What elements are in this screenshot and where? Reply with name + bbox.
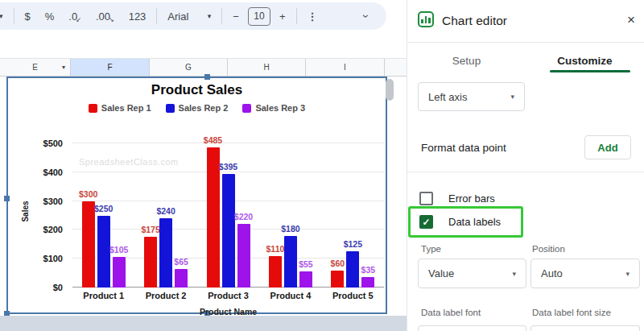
column-header-F[interactable]: F bbox=[71, 59, 150, 76]
legend-item: Sales Rep 3 bbox=[242, 103, 305, 113]
highlight-annotation bbox=[408, 206, 523, 238]
toolbar-divider bbox=[156, 8, 157, 24]
decrease-decimal-button[interactable]: .0↙ bbox=[61, 6, 89, 27]
error-bars-label: Error bars bbox=[448, 192, 495, 205]
column-header-I[interactable]: I bbox=[306, 59, 385, 76]
caret-down-icon: ▾ bbox=[510, 93, 514, 101]
bar: $220 bbox=[237, 143, 250, 288]
bar: $60 bbox=[331, 143, 344, 288]
data-label: $175 bbox=[141, 225, 159, 234]
data-label: $395 bbox=[219, 162, 237, 172]
caret-down-icon: ▾ bbox=[208, 12, 212, 20]
data-label-font-size-label: Data label font size bbox=[532, 308, 611, 317]
data-label: $220 bbox=[234, 212, 253, 221]
tab-customize[interactable]: Customize bbox=[526, 48, 644, 72]
decrease-font-size-button[interactable]: − bbox=[225, 6, 246, 27]
format-currency-button[interactable]: $ bbox=[18, 6, 38, 27]
divider bbox=[407, 42, 644, 43]
bar: $485 bbox=[207, 143, 220, 288]
bar-rect bbox=[175, 269, 188, 288]
bar: $240 bbox=[159, 143, 172, 288]
bar: $250 bbox=[97, 143, 110, 288]
font-size-input[interactable]: 10 bbox=[248, 7, 270, 26]
data-label: $240 bbox=[156, 206, 175, 216]
chart-editor-panel: Chart editor × Setup Customize Left axis… bbox=[407, 0, 644, 331]
toolbar-divider bbox=[14, 8, 14, 24]
data-label-position-select[interactable]: Auto ▾ bbox=[530, 259, 640, 288]
error-bars-checkbox[interactable] bbox=[419, 192, 433, 205]
more-formats-button[interactable]: 123 bbox=[122, 6, 154, 27]
type-select-value: Value bbox=[428, 267, 454, 279]
bar: $395 bbox=[222, 143, 235, 288]
bar-rect bbox=[159, 218, 172, 288]
panel-tabs: Setup Customize bbox=[407, 48, 644, 72]
tab-setup[interactable]: Setup bbox=[407, 48, 526, 72]
bar: $175 bbox=[144, 143, 157, 288]
add-data-point-button[interactable]: Add bbox=[584, 135, 631, 159]
selection-handle[interactable] bbox=[204, 74, 210, 80]
chart-editor-icon bbox=[418, 11, 434, 27]
data-label-font-size-select[interactable] bbox=[530, 325, 640, 331]
data-label: $300 bbox=[79, 189, 97, 199]
bar-groups: $300$250$105$175$240$65$485$395$220$110$… bbox=[72, 143, 384, 288]
bar: $110 bbox=[269, 143, 282, 288]
data-label: $180 bbox=[281, 224, 299, 234]
increase-font-size-button[interactable]: + bbox=[272, 6, 293, 27]
bar-rect bbox=[269, 256, 282, 288]
position-label: Position bbox=[532, 244, 565, 254]
data-label: $110 bbox=[266, 244, 285, 254]
collapse-toolbar-icon[interactable]: › bbox=[361, 14, 374, 19]
data-label-type-select[interactable]: Value ▾ bbox=[418, 259, 526, 288]
increase-decimal-button[interactable]: .00↘ bbox=[89, 6, 122, 27]
y-tick-label: $200 bbox=[43, 225, 63, 234]
caret-down-icon: ▾ bbox=[512, 270, 516, 278]
data-label-font-select[interactable] bbox=[418, 325, 526, 331]
error-bars-row: Error bars bbox=[419, 192, 495, 205]
data-label: $105 bbox=[109, 245, 128, 254]
bar-group: $485$395$220 bbox=[197, 143, 259, 288]
data-label: $35 bbox=[361, 265, 376, 275]
column-header-filler bbox=[385, 59, 407, 76]
vertical-scrollbar-thumb[interactable] bbox=[386, 79, 394, 101]
bar-rect bbox=[207, 147, 220, 288]
x-category-label: Product 2 bbox=[134, 291, 196, 300]
bar-rect bbox=[97, 216, 110, 288]
x-category-label: Product 3 bbox=[197, 291, 259, 300]
bar: $35 bbox=[361, 143, 374, 288]
format-data-point-label: Format data point bbox=[421, 142, 506, 154]
column-menu-icon[interactable]: ▾ bbox=[62, 64, 65, 71]
bar-rect bbox=[144, 237, 157, 288]
caret-down-icon: ▾ bbox=[0, 12, 3, 20]
more-options-button[interactable]: ⋮ bbox=[300, 6, 325, 27]
data-label: $485 bbox=[204, 135, 222, 145]
toolbar-divider bbox=[221, 8, 222, 24]
bar: $180 bbox=[284, 143, 297, 288]
spreadsheet-area: ▾ $ % .0↙ .00↘ 123 Arial▾ − 10 + ⋮ › E▾F… bbox=[0, 0, 407, 331]
column-header-H[interactable]: H bbox=[228, 59, 306, 76]
close-icon[interactable]: × bbox=[627, 12, 635, 28]
active-tab-underline bbox=[550, 70, 630, 72]
column-headers: E▾FGHI bbox=[0, 58, 407, 77]
plot-area: $300$250$105$175$240$65$485$395$220$110$… bbox=[72, 143, 384, 288]
bar-rect bbox=[113, 257, 126, 288]
column-header-E[interactable]: E▾ bbox=[0, 59, 71, 76]
bar: $65 bbox=[175, 143, 188, 288]
bar-rect bbox=[284, 236, 297, 288]
sheet-bottom-edge bbox=[0, 316, 407, 331]
chart[interactable]: Product Sales Sales Rep 1Sales Rep 2Sale… bbox=[6, 77, 387, 314]
bar-group: $60$125$35 bbox=[322, 143, 384, 288]
paint-format-dropdown-icon[interactable]: ▾ bbox=[0, 6, 10, 27]
x-category-label: Product 5 bbox=[322, 291, 384, 300]
font-family-select[interactable]: Arial▾ bbox=[160, 6, 218, 27]
bar-rect bbox=[361, 277, 374, 288]
y-tick-label: $0 bbox=[53, 283, 63, 292]
column-header-G[interactable]: G bbox=[150, 59, 228, 76]
format-percent-button[interactable]: % bbox=[38, 6, 62, 27]
position-select-value: Auto bbox=[541, 267, 563, 279]
arrow-down-left-icon: ↙ bbox=[76, 16, 81, 23]
bar-rect bbox=[237, 224, 250, 288]
y-axis-ticks: $0$100$200$300$400$500 bbox=[8, 143, 66, 288]
axis-select[interactable]: Left axis ▾ bbox=[418, 82, 525, 111]
font-family-value: Arial bbox=[167, 10, 188, 23]
type-label: Type bbox=[421, 244, 441, 254]
